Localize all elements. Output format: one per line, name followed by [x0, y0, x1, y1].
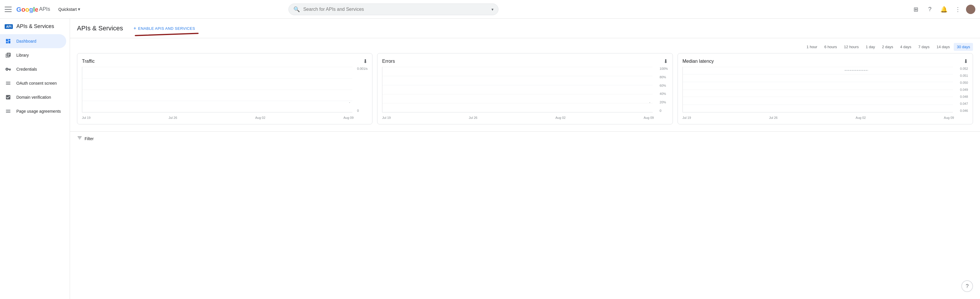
- sidebar-title: APIs & Services: [16, 23, 54, 29]
- charts-grid: Traffic ⬇ 0.001/s 0 - Jul 19 Jul 26: [70, 53, 980, 129]
- errors-x-jul26: Jul 26: [469, 116, 477, 120]
- latency-x-jul19: Jul 19: [682, 116, 691, 120]
- time-btn-4d[interactable]: 4 days: [897, 43, 914, 51]
- page-usage-icon: [5, 108, 12, 114]
- grid-line: [683, 104, 953, 105]
- traffic-chart-card: Traffic ⬇ 0.001/s 0 - Jul 19 Jul 26: [77, 53, 372, 125]
- latency-chart-title: Median latency: [682, 59, 714, 64]
- traffic-chart-header: Traffic ⬇: [82, 58, 368, 64]
- time-btn-14d[interactable]: 14 days: [934, 43, 953, 51]
- sidebar-item-page-usage[interactable]: Page usage agreements: [0, 104, 66, 118]
- user-avatar[interactable]: [966, 5, 975, 14]
- traffic-x-labels: Jul 19 Jul 26 Aug 02 Aug 09: [82, 115, 353, 120]
- traffic-download-icon[interactable]: ⬇: [363, 58, 368, 64]
- hamburger-menu[interactable]: [5, 6, 12, 13]
- errors-x-jul19: Jul 19: [382, 116, 391, 120]
- latency-y-048: 0.048: [960, 95, 968, 98]
- errors-chart-header: Errors ⬇: [382, 58, 668, 64]
- plus-icon: +: [134, 26, 137, 31]
- grid-line: [683, 90, 953, 90]
- enable-btn-label: ENABLE APIS AND SERVICES: [138, 26, 195, 30]
- time-btn-1h[interactable]: 1 hour: [803, 43, 820, 51]
- sidebar-header: API APIs & Services: [0, 19, 70, 34]
- sidebar-item-dashboard[interactable]: Dashboard: [0, 34, 66, 48]
- latency-y-049: 0.049: [960, 88, 968, 91]
- errors-dash-label: -: [649, 101, 651, 104]
- time-btn-1d[interactable]: 1 day: [863, 43, 878, 51]
- project-name: Quickstart: [58, 7, 77, 12]
- latency-chart-header: Median latency ⬇: [682, 58, 968, 64]
- oauth-icon: [5, 80, 12, 86]
- sidebar-item-domain[interactable]: Domain verification: [0, 90, 66, 104]
- page-header: APIs & Services + ENABLE APIS AND SERVIC…: [70, 19, 980, 38]
- errors-chart-card: Errors ⬇ 100% 80% 60% 40% 20% 0: [377, 53, 673, 125]
- sidebar-item-label-domain: Domain verification: [16, 95, 51, 99]
- errors-x-aug09: Aug 09: [644, 116, 654, 120]
- page-title: APIs & Services: [77, 24, 123, 32]
- latency-line: [845, 70, 868, 71]
- search-bar[interactable]: 🔍 ▾: [288, 3, 498, 15]
- sidebar-item-oauth[interactable]: OAuth consent screen: [0, 76, 66, 90]
- svg-text:Google: Google: [16, 6, 38, 13]
- sidebar: API APIs & Services Dashboard Library Cr…: [0, 19, 70, 299]
- errors-y-0: 0: [660, 109, 668, 112]
- traffic-y-max: 0.001/s: [357, 67, 368, 70]
- time-range-selector: 1 hour 6 hours 12 hours 1 day 2 days 4 d…: [70, 38, 980, 53]
- latency-y-labels: 0.052 0.051 0.050 0.049 0.048 0.047 0.04…: [960, 67, 968, 112]
- latency-y-050: 0.050: [960, 81, 968, 85]
- traffic-y-zero: 0: [357, 109, 368, 112]
- search-input[interactable]: [303, 7, 489, 12]
- grid-line: [382, 76, 652, 76]
- errors-y-20: 20%: [660, 101, 668, 104]
- sidebar-item-label-dashboard: Dashboard: [16, 39, 37, 43]
- sidebar-item-label-page-usage: Page usage agreements: [16, 109, 61, 114]
- latency-chart-body: 0.052 0.051 0.050 0.049 0.048 0.047 0.04…: [682, 67, 968, 120]
- time-btn-7d[interactable]: 7 days: [916, 43, 932, 51]
- traffic-x-jul19: Jul 19: [82, 116, 91, 120]
- time-btn-30d[interactable]: 30 days: [954, 43, 973, 51]
- latency-download-icon[interactable]: ⬇: [964, 58, 968, 64]
- traffic-dash-label: -: [349, 101, 350, 104]
- domain-icon: [5, 94, 12, 100]
- time-btn-6h[interactable]: 6 hours: [821, 43, 840, 51]
- latency-y-051: 0.051: [960, 74, 968, 77]
- more-options-icon-button[interactable]: ⋮: [952, 3, 964, 15]
- traffic-x-aug02: Aug 02: [255, 116, 266, 120]
- time-btn-2d[interactable]: 2 days: [879, 43, 896, 51]
- search-dropdown-icon: ▾: [492, 7, 493, 12]
- project-selector[interactable]: Quickstart ▾: [56, 5, 83, 13]
- chevron-down-icon: ▾: [78, 6, 80, 12]
- apps-icon-button[interactable]: ⊞: [910, 3, 922, 15]
- time-btn-12h[interactable]: 12 hours: [841, 43, 862, 51]
- filter-bar: Filter: [70, 131, 980, 146]
- errors-chart-title: Errors: [382, 59, 395, 64]
- latency-y-046: 0.046: [960, 109, 968, 112]
- latency-x-aug09: Aug 09: [944, 116, 954, 120]
- help-fab-button[interactable]: ?: [961, 280, 973, 292]
- traffic-chart-body: 0.001/s 0 - Jul 19 Jul 26 Aug 02 Aug 09: [82, 67, 368, 120]
- traffic-x-jul26: Jul 26: [169, 116, 177, 120]
- latency-chart-card: Median latency ⬇ 0.052 0.051 0.050 0.049…: [678, 53, 973, 125]
- notifications-icon-button[interactable]: 🔔: [938, 3, 950, 15]
- errors-download-icon[interactable]: ⬇: [663, 58, 668, 64]
- sidebar-item-label-oauth: OAuth consent screen: [16, 81, 57, 86]
- grid-line: [382, 85, 652, 85]
- sidebar-item-library[interactable]: Library: [0, 48, 66, 62]
- errors-y-60: 60%: [660, 84, 668, 87]
- credentials-icon: [5, 66, 12, 72]
- dashboard-icon: [5, 38, 12, 44]
- sidebar-item-credentials[interactable]: Credentials: [0, 62, 66, 76]
- errors-chart-area: -: [382, 67, 652, 112]
- nav-actions: ⊞ ? 🔔 ⋮: [910, 3, 975, 15]
- sidebar-item-label-credentials: Credentials: [16, 67, 37, 72]
- enable-apis-button[interactable]: + ENABLE APIS AND SERVICES: [130, 23, 199, 33]
- grid-line: [382, 94, 652, 94]
- errors-y-80: 80%: [660, 75, 668, 79]
- library-icon: [5, 52, 12, 58]
- latency-y-047: 0.047: [960, 102, 968, 106]
- traffic-y-labels: 0.001/s 0: [357, 67, 368, 112]
- errors-y-100: 100%: [660, 67, 668, 70]
- underline-annotation: [135, 33, 199, 36]
- filter-label: Filter: [84, 136, 94, 141]
- help-icon-button[interactable]: ?: [924, 3, 935, 15]
